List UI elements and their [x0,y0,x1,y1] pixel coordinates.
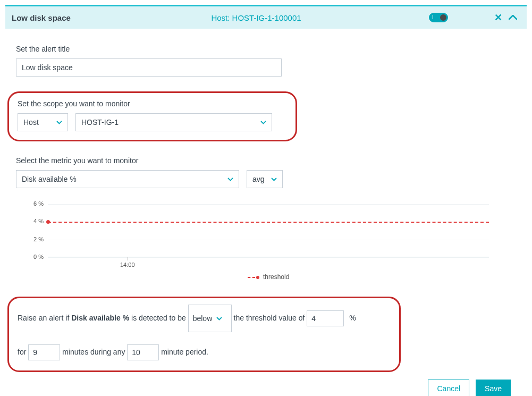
chevron-down-icon [216,317,222,321]
scope-type-value: Host [23,118,39,127]
cancel-button[interactable]: Cancel [428,380,469,396]
scope-value-select[interactable]: HOST-IG-1 [75,113,272,131]
direction-select[interactable]: below [188,305,232,332]
metric-select[interactable]: Disk available % [16,170,239,188]
metric-chart: 0 %2 %4 %6 %14:00 threshold [48,204,489,281]
save-button[interactable]: Save [476,380,511,396]
duration-input[interactable] [28,344,60,360]
threshold-section: Raise an alert if Disk available % is de… [7,297,401,372]
metric-section: Select the metric you want to monitor Di… [16,156,516,188]
chevron-down-icon [271,178,277,181]
alert-title-section: Set the alert title [16,45,516,77]
scope-value: HOST-IG-1 [81,118,119,127]
y-tick: 0 % [28,254,44,260]
panel-header: Low disk space Host: HOST-IG-1-100001 ✕ [5,6,527,29]
aggregation-value: avg [252,175,265,183]
y-tick: 4 % [28,218,44,224]
aggregation-select[interactable]: avg [247,170,283,188]
text: minutes during any [62,348,127,356]
text: the threshold value of [234,314,307,322]
chevron-down-icon [227,178,233,181]
threshold-line [48,222,489,223]
metric-value: Disk available % [22,175,77,183]
period-input[interactable] [127,344,159,360]
scope-section: Set the scope you want to monitor Host H… [7,91,297,141]
chevron-down-icon [260,121,266,124]
collapse-icon[interactable] [505,15,520,20]
chevron-down-icon [56,121,62,124]
threshold-value-input[interactable] [307,310,344,326]
direction-value: below [193,308,213,328]
y-tick: 6 % [28,200,44,207]
alert-title-label: Set the alert title [16,45,516,53]
threshold-metric-name: Disk available % [71,314,129,322]
legend-threshold-label: threshold [263,273,289,281]
metric-label: Select the metric you want to monitor [16,156,516,165]
alert-title-input[interactable] [16,58,282,77]
panel-title: Low disk space [12,13,187,22]
threshold-unit: % [349,314,356,322]
text: for [18,348,28,356]
y-tick: 2 % [28,236,44,242]
x-tick: 14:00 [120,262,135,268]
text: Raise an alert if [18,314,71,322]
enabled-toggle[interactable] [429,13,448,22]
host-label: Host: HOST-IG-1-100001 [187,13,325,22]
close-icon[interactable]: ✕ [491,12,505,23]
text: minute period. [161,348,208,356]
scope-type-select[interactable]: Host [18,113,68,131]
scope-label: Set the scope you want to monitor [18,99,287,108]
text: is detected to be [131,314,188,322]
chart-legend: threshold [48,273,489,281]
